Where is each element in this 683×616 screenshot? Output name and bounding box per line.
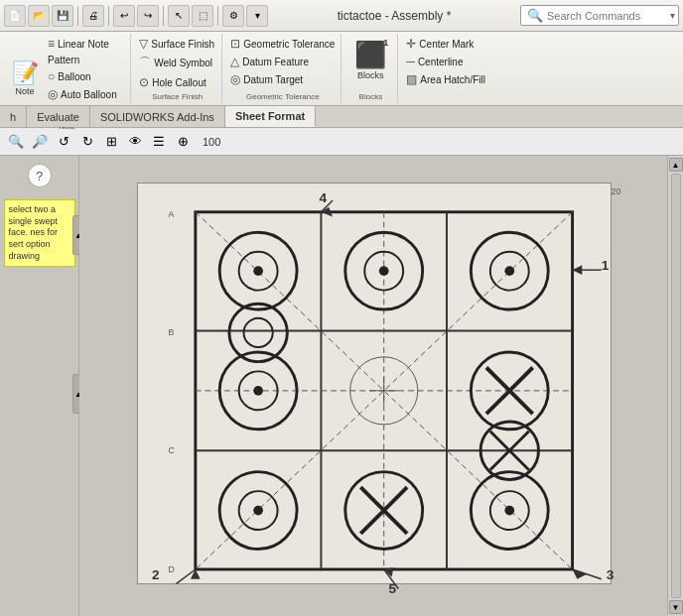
- svg-point-22: [253, 386, 263, 396]
- open-icon[interactable]: 📂: [28, 5, 50, 27]
- eye-icon[interactable]: 👁: [125, 132, 145, 152]
- linear-note-label-row[interactable]: Pattern: [45, 54, 127, 66]
- datum-feature-button[interactable]: △ Datum Feature: [227, 54, 338, 69]
- surface-finish-icon: ▽: [139, 37, 148, 51]
- svg-point-31: [253, 506, 263, 516]
- linear-note-icon: ≡: [48, 37, 55, 51]
- note-icon: 📝: [12, 61, 39, 86]
- center-mark-button[interactable]: ✛ Center Mark: [403, 36, 488, 52]
- datum-feature-label: Datum Feature: [242, 57, 309, 67]
- svg-text:D: D: [169, 564, 175, 574]
- tab-evaluate[interactable]: Evaluate: [27, 106, 90, 127]
- zoom-fit-icon[interactable]: 🔍: [6, 132, 26, 152]
- tab-addins[interactable]: SOLIDWORKS Add-Ins: [90, 106, 225, 127]
- note-text: select two a single swept face. nes for …: [9, 204, 59, 261]
- main-toolbar: 📄 📂 💾 🖨 ↩ ↪ ↖ ⬚ ⚙ ▾ tictactoe - Assembly…: [0, 0, 683, 32]
- separator1: [77, 6, 78, 26]
- geo-group-label: Geometric Tolerance: [227, 92, 338, 101]
- blocks-group: ⬛ Blocks 1 Blocks: [343, 34, 398, 103]
- linear-note-button[interactable]: ≡ Linear Note: [45, 36, 127, 52]
- save-icon[interactable]: 💾: [52, 5, 73, 27]
- balloon-label: Balloon: [58, 71, 90, 82]
- tab-sheet-format[interactable]: Sheet Format: [225, 106, 316, 127]
- linear-note-label: Linear Note: [58, 39, 109, 50]
- svg-point-13: [253, 266, 263, 276]
- tab-sheet-label: Sheet Format: [235, 110, 305, 122]
- rotate-cw-icon[interactable]: ↻: [77, 132, 97, 152]
- auto-balloon-button[interactable]: ◎ Auto Balloon: [45, 86, 127, 102]
- rotate-ccw-icon[interactable]: ↺: [54, 132, 73, 152]
- datum-target-icon: ◎: [230, 72, 240, 86]
- area-hatch-label: Area Hatch/Fill: [420, 74, 485, 85]
- weld-label: Weld Symbol: [154, 58, 212, 68]
- separator3: [163, 6, 164, 26]
- svg-text:20: 20: [612, 186, 621, 196]
- right-scrollbar[interactable]: ▲ ▼: [667, 156, 683, 616]
- geo-tol-label: Geometric Tolerance: [243, 39, 335, 50]
- svg-text:B: B: [169, 327, 175, 337]
- svg-text:C: C: [169, 445, 175, 455]
- svg-point-19: [504, 266, 514, 276]
- centerline-label: Centerline: [418, 57, 464, 67]
- drawing-svg: 1 2 3 4 5 A B C D 20: [79, 156, 667, 616]
- main-area: ▲ ▲ ? select two a single swept face. ne…: [0, 156, 683, 616]
- svg-text:1: 1: [602, 258, 610, 273]
- tab-sketch[interactable]: h: [0, 106, 27, 127]
- svg-text:3: 3: [607, 567, 615, 582]
- new-icon[interactable]: 📄: [4, 5, 26, 27]
- tab-bar: h Evaluate SOLIDWORKS Add-Ins Sheet Form…: [0, 106, 683, 128]
- scroll-up-btn[interactable]: ▲: [669, 158, 683, 172]
- search-box[interactable]: 🔍 ▾: [520, 5, 679, 26]
- svg-point-37: [504, 506, 514, 516]
- surface-group-label: Surface Finish: [136, 92, 218, 101]
- surface-finish-group: ▽ Surface Finish ⌒ Weld Symbol ⊙ Hole Ca…: [133, 34, 222, 103]
- tab-evaluate-label: Evaluate: [37, 111, 79, 123]
- blocks-label: Blocks: [357, 70, 384, 80]
- help-icon: ?: [36, 169, 43, 184]
- linear-note-sub-label: Pattern: [48, 55, 79, 65]
- center-mark-group: ✛ Center Mark ─ Centerline ▨ Area Hatch/…: [400, 34, 491, 103]
- drawing-area[interactable]: 1 2 3 4 5 A B C D 20: [79, 156, 667, 616]
- blocks-button[interactable]: ⬛ Blocks 1: [350, 36, 390, 84]
- left-sidebar: ▲ ▲ ? select two a single swept face. ne…: [0, 156, 79, 616]
- zoom-value: 100: [197, 136, 226, 148]
- blocks-group-label: Blocks: [359, 92, 383, 101]
- tab-sketch-label: h: [10, 111, 16, 123]
- center-mark-label: Center Mark: [419, 39, 474, 50]
- auto-balloon-icon: ◎: [48, 87, 58, 101]
- secondary-toolbar: 🔍 🔎 ↺ ↻ ⊞ 👁 ☰ ⊕ 100: [0, 128, 683, 156]
- undo-icon[interactable]: ↩: [113, 5, 135, 27]
- hole-callout-button[interactable]: ⊙ Hole Callout: [136, 74, 218, 90]
- note-group: 📝 Note ≡ Linear Note Pattern ○ Balloon ◎…: [4, 34, 131, 103]
- cursor-icon[interactable]: ↖: [168, 5, 190, 27]
- weld-symbol-button[interactable]: ⌒ Weld Symbol: [136, 54, 218, 72]
- note-button[interactable]: 📝 Note: [7, 59, 43, 98]
- menu-icon[interactable]: ☰: [149, 132, 169, 152]
- center-mark-icon: ✛: [406, 37, 416, 51]
- add-icon[interactable]: ⊕: [173, 132, 193, 152]
- settings-icon[interactable]: ⚙: [222, 5, 244, 27]
- zoom-in-icon[interactable]: 🔎: [30, 132, 50, 152]
- search-input[interactable]: [547, 10, 666, 22]
- search-dropdown-icon[interactable]: ▾: [670, 10, 675, 21]
- geo-tol-button[interactable]: ⊡ Geometric Tolerance: [227, 36, 338, 52]
- help-button[interactable]: ?: [28, 164, 52, 187]
- surface-finish-button[interactable]: ▽ Surface Finish: [136, 36, 218, 52]
- geo-tol-group: ⊡ Geometric Tolerance △ Datum Feature ◎ …: [224, 34, 342, 103]
- center-items: ✛ Center Mark ─ Centerline ▨ Area Hatch/…: [403, 36, 488, 87]
- view-grid-icon[interactable]: ⊞: [101, 132, 121, 152]
- scroll-down-btn[interactable]: ▼: [669, 600, 683, 614]
- balloon-button[interactable]: ○ Balloon: [45, 68, 127, 84]
- datum-target-button[interactable]: ◎ Datum Target: [227, 71, 338, 87]
- centerline-button[interactable]: ─ Centerline: [403, 54, 488, 69]
- note-label: Note: [15, 86, 34, 96]
- settings-dropdown[interactable]: ▾: [246, 5, 268, 27]
- area-hatch-icon: ▨: [406, 72, 417, 86]
- scroll-track[interactable]: [671, 174, 681, 598]
- redo-icon[interactable]: ↪: [137, 5, 159, 27]
- tab-addins-label: SOLIDWORKS Add-Ins: [100, 111, 214, 123]
- print-icon[interactable]: 🖨: [82, 5, 104, 27]
- area-hatch-button[interactable]: ▨ Area Hatch/Fill: [403, 71, 488, 87]
- weld-icon: ⌒: [139, 55, 151, 71]
- select-icon[interactable]: ⬚: [192, 5, 213, 27]
